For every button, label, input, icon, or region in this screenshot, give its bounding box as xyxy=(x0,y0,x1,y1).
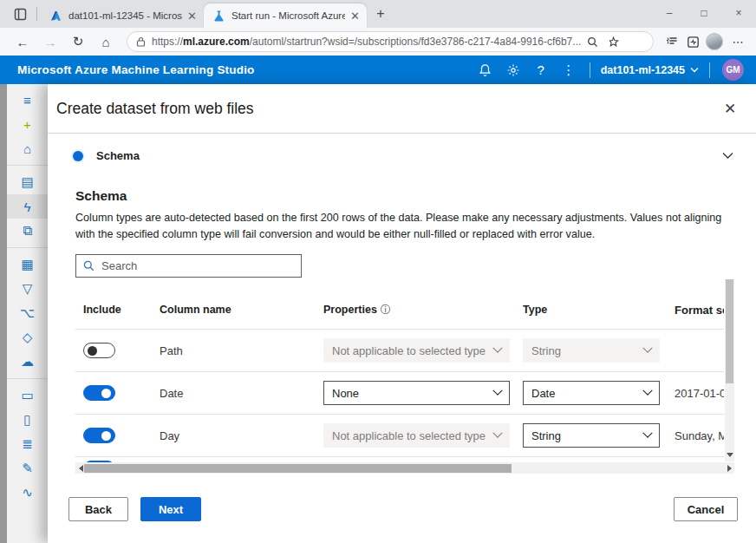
settings-gear-icon[interactable] xyxy=(499,56,527,84)
browser-essentials-icon[interactable] xyxy=(683,32,702,51)
table-row-date: DateNoneDate2017-01-0 xyxy=(75,371,724,414)
dropdown-value: None xyxy=(332,387,494,400)
modal-dim-overlay xyxy=(0,84,7,543)
dropdown-value: String xyxy=(531,344,644,357)
workspace-selector[interactable]: dat101-ml-12345 xyxy=(597,64,702,76)
experiments-icon: ▽ xyxy=(23,281,33,297)
browser-tab-inactive[interactable]: dat101-ml-12345 - Microsoft Az ✕ xyxy=(41,3,204,28)
sidebar-item-environments[interactable]: ▯ xyxy=(7,408,48,432)
schema-table: Include Column name Propertiesⓘ Type For… xyxy=(75,291,724,469)
tab-close-icon[interactable]: ✕ xyxy=(187,10,197,23)
back-button[interactable]: Back xyxy=(68,497,128,521)
sidebar-divider xyxy=(7,165,48,166)
zoom-icon[interactable] xyxy=(583,32,602,51)
dialog-footer: Back Next Cancel xyxy=(48,497,756,521)
type-dropdown-day[interactable]: String xyxy=(523,423,660,448)
next-button[interactable]: Next xyxy=(140,497,201,521)
type-dropdown-path: String xyxy=(523,338,660,363)
sidebar-item-data-labeling[interactable]: ✎ xyxy=(7,456,48,481)
dialog-close-icon[interactable]: ✕ xyxy=(720,98,740,119)
sidebar-item-automated-ml[interactable]: ϟ xyxy=(7,194,48,219)
header-divider xyxy=(590,62,590,78)
tab-title: dat101-ml-12345 - Microsoft Az xyxy=(68,10,182,21)
browser-window: dat101-ml-12345 - Microsoft Az ✕ Start r… xyxy=(0,0,756,543)
lock-icon[interactable] xyxy=(136,36,146,47)
sidebar-item-models[interactable]: ◇ xyxy=(7,325,48,350)
col-header-format-settings: Format settings xyxy=(675,304,724,317)
section-heading: Schema xyxy=(75,188,756,204)
browser-home-icon[interactable]: ⌂ xyxy=(94,30,117,53)
collections-icon[interactable] xyxy=(662,32,681,51)
include-toggle-date[interactable] xyxy=(83,385,115,401)
sidebar-item-pipelines[interactable]: ⌥ xyxy=(7,301,48,325)
refresh-icon[interactable]: ↻ xyxy=(67,30,89,53)
notifications-bell-icon[interactable] xyxy=(472,56,499,84)
favorites-star-icon[interactable] xyxy=(603,32,622,51)
app-title: Microsoft Azure Machine Learning Studio xyxy=(17,63,255,76)
pipelines-icon: ⌥ xyxy=(20,305,35,321)
toggle-knob xyxy=(101,389,111,398)
properties-dropdown-day: Not applicable to selected type xyxy=(323,423,510,448)
left-nav-sidebar: ≡+⌂▤ϟ⧉▦▽⌥◇☁▭▯≣✎∿ xyxy=(7,84,48,543)
linked-services-icon: ∿ xyxy=(22,485,33,500)
help-icon[interactable]: ? xyxy=(527,56,555,84)
include-toggle-day[interactable] xyxy=(83,428,115,443)
vertical-scrollbar-thumb[interactable] xyxy=(726,279,733,383)
properties-dropdown-date[interactable]: None xyxy=(323,381,510,405)
tab-close-icon[interactable]: ✕ xyxy=(350,10,360,23)
notebooks-icon: ▤ xyxy=(21,174,33,190)
address-bar[interactable]: https://ml.azure.com/automl/startrun?wsi… xyxy=(127,31,654,52)
vertical-scrollbar[interactable] xyxy=(725,279,734,461)
table-header-row: Include Column name Propertiesⓘ Type For… xyxy=(75,291,724,329)
sidebar-item-new[interactable]: + xyxy=(7,112,48,136)
sidebar-item-datastores[interactable]: ≣ xyxy=(7,432,48,456)
cancel-button[interactable]: Cancel xyxy=(674,497,738,521)
azure-icon xyxy=(49,10,62,23)
toggle-knob xyxy=(101,431,111,441)
tab-actions-button[interactable] xyxy=(9,3,31,25)
sidebar-item-datasets[interactable]: ▦ xyxy=(7,252,48,277)
schema-accordion-header[interactable]: Schema xyxy=(48,134,756,178)
forward-icon[interactable]: → xyxy=(39,30,62,53)
sidebar-item-menu[interactable]: ≡ xyxy=(7,88,48,112)
column-name: Day xyxy=(160,429,179,442)
sidebar-item-notebooks[interactable]: ▤ xyxy=(7,170,48,194)
search-input[interactable] xyxy=(101,259,294,272)
close-window-button[interactable]: × xyxy=(721,0,756,26)
info-icon[interactable]: ⓘ xyxy=(381,304,391,316)
sidebar-item-designer[interactable]: ⧉ xyxy=(7,219,48,243)
sidebar-item-compute[interactable]: ▭ xyxy=(7,383,48,408)
dropdown-value: String xyxy=(531,429,644,442)
home-icon: ⌂ xyxy=(23,141,31,156)
horizontal-scrollbar-thumb[interactable] xyxy=(84,464,512,473)
new-tab-button[interactable]: + xyxy=(370,3,391,24)
scroll-right-arrow-icon[interactable] xyxy=(724,462,734,474)
type-dropdown-date[interactable]: Date xyxy=(523,381,660,405)
url-text: https://ml.azure.com/automl/startrun?wsi… xyxy=(152,36,581,48)
search-icon xyxy=(83,260,94,272)
minimize-button[interactable]: – xyxy=(652,0,687,26)
browser-menu-icon[interactable]: ⋯ xyxy=(728,32,747,51)
dropdown-value: Not applicable to selected type xyxy=(332,344,494,357)
tab-actions-icon xyxy=(14,8,27,21)
sidebar-item-linked-services[interactable]: ∿ xyxy=(7,481,48,505)
sidebar-item-home[interactable]: ⌂ xyxy=(7,136,48,160)
sidebar-item-endpoints[interactable]: ☁ xyxy=(7,350,48,374)
horizontal-scrollbar[interactable] xyxy=(75,462,734,474)
search-box[interactable] xyxy=(75,254,302,278)
scroll-down-arrow-icon[interactable] xyxy=(725,450,734,460)
properties-dropdown-path: Not applicable to selected type xyxy=(323,338,510,363)
maximize-button[interactable]: □ xyxy=(687,0,721,26)
chevron-down-icon[interactable] xyxy=(722,152,733,160)
profile-avatar[interactable] xyxy=(706,33,723,50)
sidebar-item-experiments[interactable]: ▽ xyxy=(7,277,48,301)
include-toggle-path[interactable] xyxy=(83,343,115,358)
more-options-icon[interactable]: ⋮ xyxy=(555,56,583,84)
tab-title: Start run - Microsoft Azure Mach xyxy=(231,10,345,21)
col-header-properties: Propertiesⓘ xyxy=(323,303,523,317)
browser-tab-active[interactable]: Start run - Microsoft Azure Mach ✕ xyxy=(204,3,367,28)
back-icon[interactable]: ← xyxy=(11,30,34,53)
browser-navbar: ← → ↻ ⌂ https://ml.azure.com/automl/star… xyxy=(0,28,756,56)
models-icon: ◇ xyxy=(23,330,33,345)
user-avatar[interactable]: GM xyxy=(722,59,744,81)
